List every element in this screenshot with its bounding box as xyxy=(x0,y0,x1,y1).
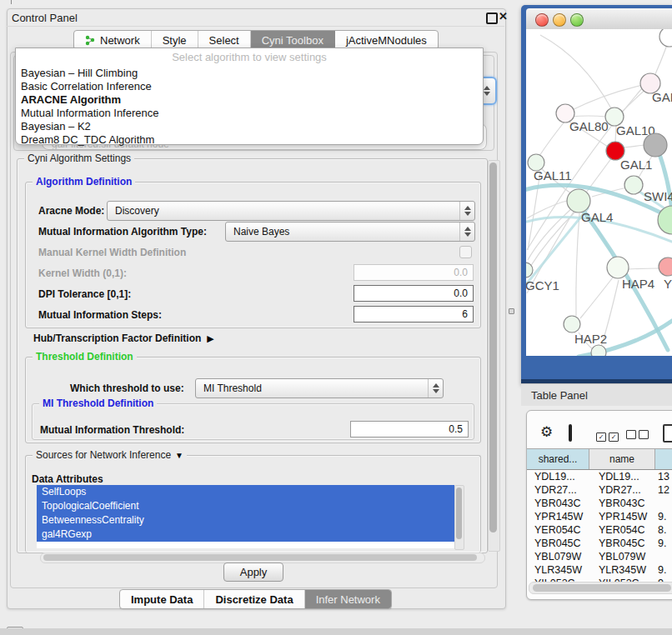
table-row[interactable]: YDL19...YDL19...13 xyxy=(527,470,672,483)
attribute-list-item[interactable]: BetweennessCentrality xyxy=(37,513,454,528)
table-cell: YBR043C xyxy=(589,498,655,509)
settings-vscrollbar[interactable] xyxy=(488,160,500,552)
tab-infer-network[interactable]: Infer Network xyxy=(305,590,391,608)
network-node[interactable] xyxy=(659,29,672,47)
table-column-header[interactable]: name xyxy=(589,449,655,469)
table-cell: YBR045C xyxy=(527,538,589,549)
which-threshold-combo[interactable]: MI Threshold xyxy=(195,378,444,398)
aracne-mode-label: Aracne Mode: xyxy=(38,205,104,217)
network-edge[interactable] xyxy=(628,268,659,269)
table-cell: YER054C xyxy=(527,524,589,536)
zoom-traffic-light[interactable] xyxy=(570,13,584,27)
kernel-width-input[interactable] xyxy=(354,264,474,281)
algorithm-option[interactable]: ARACNE Algorithm xyxy=(16,93,483,107)
tab-select[interactable]: Select xyxy=(198,31,251,49)
table-toolbar: ⚙ ✓✓ xyxy=(527,411,672,448)
table-cell: YLR345W xyxy=(527,564,589,576)
algorithm-dropdown-placeholder: Select algorithm to view settings xyxy=(16,48,483,67)
attribute-list-item[interactable]: SelfLoops xyxy=(37,485,454,499)
float-window-icon[interactable] xyxy=(486,12,498,24)
table-cell: 9. xyxy=(655,511,672,522)
bottom-strip xyxy=(0,628,672,635)
apply-button[interactable]: Apply xyxy=(223,562,283,582)
gear-icon[interactable]: ⚙ xyxy=(540,425,553,439)
table-hscrollbar[interactable] xyxy=(529,582,672,594)
table-cell: YBR043C xyxy=(527,498,589,509)
mi-threshold-input[interactable] xyxy=(350,421,469,438)
table-column-header[interactable]: shared... xyxy=(527,449,589,469)
table-row[interactable]: YBR045CYBR045C9. xyxy=(527,537,672,550)
attributes-vscrollbar[interactable] xyxy=(454,485,464,550)
table-cell: YDL19... xyxy=(589,471,655,482)
tab-network[interactable]: Network xyxy=(74,31,152,49)
network-node[interactable] xyxy=(624,176,643,194)
attribute-list-item[interactable]: gal4RGexp xyxy=(37,528,454,542)
table-row[interactable]: YDR27...YDR27...12 xyxy=(527,483,672,497)
attribute-list-item[interactable]: TopologicalCoefficient xyxy=(37,499,454,513)
export-table-icon[interactable] xyxy=(663,424,672,442)
table-row[interactable]: YPR145WYPR145W9. xyxy=(527,510,672,523)
network-edge[interactable] xyxy=(624,145,645,148)
tab-style[interactable]: Style xyxy=(152,31,198,49)
sources-title: Sources for Network Inference xyxy=(36,449,171,461)
table-hscrollbar-thumb[interactable] xyxy=(533,584,671,592)
algorithm-definition-title: Algorithm Definition xyxy=(33,176,135,188)
columns-icon[interactable] xyxy=(569,424,572,442)
network-canvas[interactable]: GALGAL80GAL10GAL1GAL11SWI4GAL4GCY1HAP4YH… xyxy=(526,29,672,356)
network-node-label: GCY1 xyxy=(526,278,559,292)
algorithm-option-list: Bayesian – Hill ClimbingBasic Correlatio… xyxy=(16,67,483,147)
collapsed-arrow-icon: ▶ xyxy=(207,333,213,344)
table-cell: 9. xyxy=(655,538,672,549)
algorithm-option[interactable]: Dream8 DC_TDC Algorithm xyxy=(16,133,483,147)
splitpane-handle[interactable] xyxy=(509,308,514,314)
which-threshold-label: Which threshold to use: xyxy=(70,382,184,394)
table-cell: YDR27... xyxy=(589,484,655,496)
network-node[interactable] xyxy=(659,258,672,276)
tab-impute-data[interactable]: Impute Data xyxy=(120,590,204,608)
hub-definition-toggle[interactable]: Hub/Transcription Factor Definition ▶ xyxy=(33,332,214,344)
algorithm-option[interactable]: Mutual Information Inference xyxy=(16,107,483,120)
network-edge[interactable] xyxy=(576,213,579,316)
aracne-mode-combo[interactable]: Discovery xyxy=(107,201,475,221)
table-body: YDL19...YDL19...13YDR27...YDR27...12YBR0… xyxy=(527,470,672,587)
network-node[interactable] xyxy=(644,133,667,157)
table-column-header[interactable] xyxy=(655,449,672,469)
settings-vscrollbar-thumb[interactable] xyxy=(489,162,497,532)
tab-jactivemnodules[interactable]: jActiveMNodules xyxy=(335,31,438,49)
manual-kernel-label: Manual Kernel Width Definition xyxy=(38,247,186,258)
sources-title-wrap[interactable]: Sources for Network Inference ▼ xyxy=(33,449,187,461)
tab-discretize-data[interactable]: Discretize Data xyxy=(204,590,304,608)
network-node[interactable] xyxy=(591,345,606,356)
algorithm-option[interactable]: Bayesian – K2 xyxy=(16,120,483,133)
unselect-all-columns-icon[interactable] xyxy=(626,428,651,442)
algorithm-option[interactable]: Bayesian – Hill Climbing xyxy=(16,67,483,80)
table-row[interactable]: YLR345WYLR345W9. xyxy=(527,563,672,577)
network-node[interactable] xyxy=(564,316,580,332)
network-node[interactable] xyxy=(567,189,590,212)
table-cell: 8. xyxy=(655,524,672,536)
close-icon[interactable]: ✕ xyxy=(499,10,508,22)
mi-steps-input[interactable] xyxy=(354,306,474,322)
settings-hscrollbar-thumb[interactable] xyxy=(43,554,477,561)
table-row[interactable]: YBL079WYBL079W xyxy=(527,550,672,563)
algorithm-option[interactable]: Basic Correlation Inference xyxy=(16,80,483,93)
table-row[interactable]: YER054CYER054C8. xyxy=(527,523,672,537)
tab-cyni-toolbox[interactable]: Cyni Toolbox xyxy=(251,31,335,49)
table-cell: 12 xyxy=(655,484,672,496)
manual-kernel-checkbox[interactable] xyxy=(459,246,472,258)
network-edge[interactable] xyxy=(580,278,613,318)
table-cell: YER054C xyxy=(589,524,655,536)
select-all-columns-icon[interactable]: ✓✓ xyxy=(596,428,621,442)
table-header: shared...name xyxy=(527,448,672,470)
network-node[interactable] xyxy=(607,257,629,278)
bottom-tabbar: Impute Data Discretize Data Infer Networ… xyxy=(119,589,392,609)
attributes-vscrollbar-thumb[interactable] xyxy=(456,488,462,539)
minimize-traffic-light[interactable] xyxy=(553,13,566,27)
network-edge[interactable] xyxy=(539,122,564,156)
data-attributes-list[interactable]: SelfLoopsTopologicalCoefficientBetweenne… xyxy=(37,485,454,548)
network-edge[interactable] xyxy=(570,116,606,117)
table-row[interactable]: YBR043CYBR043C xyxy=(527,497,672,510)
close-traffic-light[interactable] xyxy=(535,13,549,27)
mi-type-combo[interactable]: Naive Bayes xyxy=(225,222,475,242)
dpi-tolerance-input[interactable] xyxy=(354,285,474,302)
